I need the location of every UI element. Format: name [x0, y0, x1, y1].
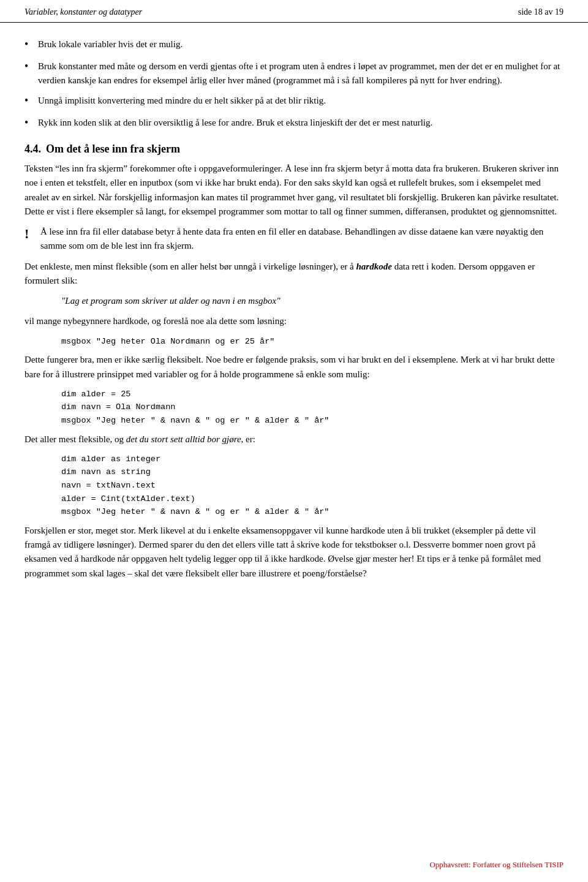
footer-text: Opphavsrett: Forfatter og Stiftelsen TIS… [429, 860, 564, 869]
code-block-1: msgbox "Jeg heter Ola Nordmann og er 25 … [61, 335, 564, 349]
code-block-3: dim alder as integer dim navn as string … [61, 453, 564, 519]
bullet-icon: • [24, 36, 38, 53]
list-item: • Unngå implisitt konvertering med mindr… [24, 94, 564, 110]
page-footer: Opphavsrett: Forfatter og Stiftelsen TIS… [429, 860, 564, 870]
code-block-2: dim alder = 25 dim navn = Ola Nordmann m… [61, 388, 564, 428]
para5-italic: det du stort sett alltid bor gjøre [126, 434, 241, 444]
section-title: Om det å lese inn fra skjerm [46, 143, 180, 156]
list-item: • Bruk konstanter med måte og dersom en … [24, 59, 564, 88]
para2-prefix: Det enkleste, men minst fleksible (som e… [24, 262, 356, 271]
bullet-icon: • [24, 58, 38, 75]
page-header: Variabler, konstanter og datatyper side … [0, 0, 588, 23]
paragraph-3: vil mange nybegynnere hardkode, og fores… [24, 314, 564, 328]
header-title: Variabler, konstanter og datatyper [24, 7, 142, 17]
list-item: • Bruk lokale variabler hvis det er muli… [24, 37, 564, 53]
note-text: Å lese inn fra fil eller database betyr … [40, 225, 564, 254]
section-number: 4.4. [24, 143, 41, 156]
italic-quote: "Lag et program som skriver ut alder og … [61, 294, 564, 308]
bullet-icon: • [24, 115, 38, 132]
exclamation-icon: ! [24, 224, 40, 244]
paragraph-1: Teksten “les inn fra skjerm” forekommer … [24, 162, 564, 219]
list-item: • Rykk inn koden slik at den blir oversi… [24, 116, 564, 132]
paragraph-5: Det aller mest fleksible, og det du stor… [24, 432, 564, 447]
header-page: side 18 av 19 [518, 7, 564, 17]
para2-hardkode: hardkode [356, 262, 392, 271]
section-heading: 4.4. Om det å lese inn fra skjerm [24, 143, 564, 156]
bullet-text-4: Rykk inn koden slik at den blir oversikt… [38, 116, 432, 130]
para5-suffix: , er: [241, 434, 255, 444]
note-box: ! Å lese inn fra fil eller database bety… [24, 225, 564, 254]
paragraph-2: Det enkleste, men minst fleksible (som e… [24, 260, 564, 288]
paragraph-6: Forskjellen er stor, meget stor. Merk li… [24, 524, 564, 581]
bullet-text-3: Unngå implisitt konvertering med mindre … [38, 94, 326, 108]
bullet-icon: • [24, 92, 38, 110]
bullet-text-1: Bruk lokale variabler hvis det er mulig. [38, 37, 183, 51]
para5-prefix: Det aller mest fleksible, og [24, 434, 126, 444]
bullet-text-2: Bruk konstanter med måte og dersom en ve… [38, 59, 564, 88]
paragraph-4: Dette fungerer bra, men er ikke særlig f… [24, 353, 564, 382]
bullet-list-top: • Bruk lokale variabler hvis det er muli… [24, 37, 564, 132]
main-content: • Bruk lokale variabler hvis det er muli… [0, 37, 588, 624]
